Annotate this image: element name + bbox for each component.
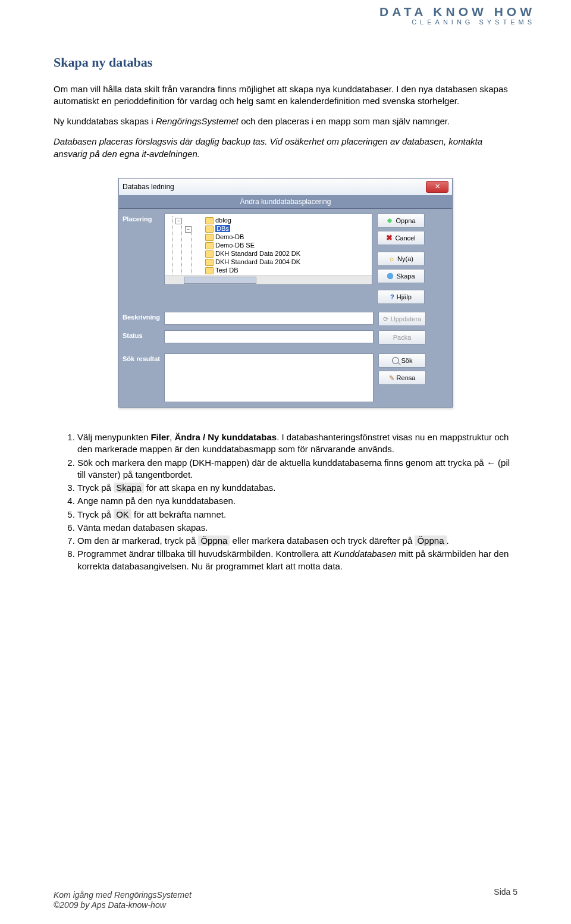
button-ref-ok: OK [114,509,131,519]
step-5: Tryck på OK för att bekräfta namnet. [77,509,517,521]
tree-collapse-icon[interactable]: − [175,218,182,224]
sok-resultat-panel[interactable] [164,353,374,402]
status-field [164,330,374,343]
sun-icon: ☼ [388,254,395,264]
folder-icon [205,225,214,233]
step-1: Välj menypunkten Filer, Ändra / Ny kundd… [77,431,517,456]
tree-item[interactable]: Test DB [205,266,372,274]
button-ref-oppna-2: Öppna [415,535,446,546]
help-button[interactable]: ? Hjälp [377,290,425,304]
folder-icon [205,250,214,258]
tree-item[interactable]: Demo-DB [205,233,372,241]
step-6: Vänta medan databasen skapas. [77,522,517,534]
tree-item[interactable]: Demo-DB SE [205,241,372,249]
folder-icon [205,242,214,249]
step-4: Ange namn på den nya kunddatabasen. [77,495,517,507]
tree-scrollbar[interactable] [165,275,372,284]
x-icon: ✖ [386,234,393,242]
database-dialog: Databas ledning ✕ Ändra kunddatabasplace… [118,178,453,408]
tree-collapse-icon[interactable]: − [185,226,192,233]
beskrivning-field[interactable] [164,312,374,325]
dialog-subtitle: Ändra kunddatabasplacering [119,195,452,209]
label-sok-resultat: Sök resultat [123,353,164,364]
button-ref-oppna-1: Öppna [198,535,230,546]
intro-paragraph-3: Databasen placeras förslagsvis där dagli… [54,136,517,160]
update-button[interactable]: ⟳ Uppdatera [378,312,426,326]
button-ref-skapa: Skapa [114,483,144,493]
label-beskrivning: Beskrivning [123,312,164,322]
tree-item[interactable]: DKH Standard Data 2004 DK [205,258,372,266]
refresh-icon: ⟳ [383,315,388,324]
label-placering: Placering [123,214,164,224]
page-footer: Sida 5 Kom igång med RengöringsSystemet … [54,890,517,910]
folder-icon [205,217,214,224]
pack-button[interactable]: Packa [378,330,426,344]
globe-icon [387,272,394,280]
header-logo: DATA KNOW HOW CLEANING SYSTEMS [379,5,535,26]
page-title: Skapa ny databas [54,54,517,71]
step-8: Programmet ändrar tillbaka till huvudskä… [77,548,517,572]
page-number: Sida 5 [494,887,517,897]
dialog-close-button[interactable]: ✕ [426,181,448,193]
label-status: Status [123,330,164,340]
clear-button[interactable]: ✎ Rensa [378,371,426,385]
open-button[interactable]: Öppna [377,214,425,228]
steps-list: Välj menypunkten Filer, Ändra / Ny kundd… [67,431,517,572]
step-3: Tryck på Skapa för att skapa en ny kundd… [77,482,517,494]
cancel-button[interactable]: ✖ Cancel [377,231,425,245]
tree-item[interactable]: dblog [205,216,372,224]
folder-icon [205,267,214,274]
intro-paragraph-1: Om man vill hålla data skilt från varand… [54,83,517,108]
logo-line-2: CLEANING SYSTEMS [379,18,535,26]
folder-icon [205,234,214,241]
folder-icon [205,259,214,266]
check-icon [386,217,393,224]
create-button[interactable]: Skapa [377,269,425,283]
logo-line-1: DATA KNOW HOW [379,5,535,18]
broom-icon: ✎ [389,374,394,383]
tree-item[interactable]: DKH Standard Data 2002 DK [205,249,372,258]
dialog-title: Databas ledning [123,182,174,192]
step-2: Sök och markera den mapp (DKH-mappen) dä… [77,457,517,481]
search-button[interactable]: Sök [378,353,426,368]
help-icon: ? [390,293,394,302]
tree-item[interactable]: DBs [205,224,372,233]
folder-tree[interactable]: − − dblogDBsDemo-DBDemo-DB SEDKH Standar… [164,214,372,285]
search-icon [392,357,399,364]
new-button[interactable]: ☼ Ny(a) [377,252,425,266]
intro-paragraph-2: Ny kunddatabas skapas i RengöringsSystem… [54,115,517,127]
step-7: Om den är markerad, tryck på Öppna eller… [77,535,517,547]
